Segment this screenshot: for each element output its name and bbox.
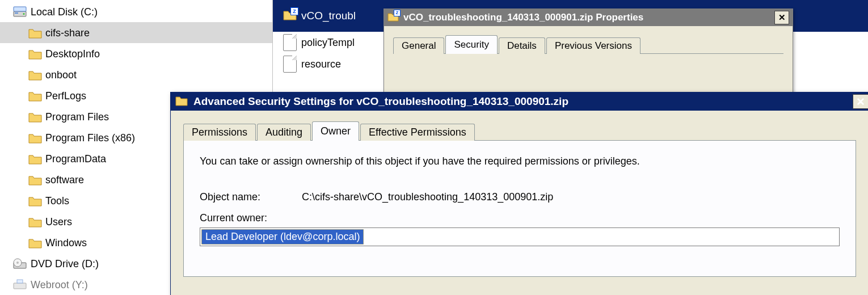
tab-effective-permissions[interactable]: Effective Permissions: [360, 124, 475, 141]
document-icon: [283, 34, 297, 51]
dvd-drive-icon: [12, 258, 27, 270]
folder-icon: [28, 90, 42, 102]
tree-item-label: ProgramData: [45, 154, 106, 164]
properties-tabs: GeneralSecurityDetailsPrevious Versions: [393, 36, 783, 54]
tree-dvd-label: DVD Drive (D:): [31, 259, 99, 269]
folder-icon: [28, 48, 42, 60]
folder-icon: [28, 174, 42, 186]
properties-titlebar[interactable]: Z vCO_troubleshooting_140313_000901.zip …: [384, 9, 793, 26]
tree-item-label: Program Files: [45, 112, 109, 122]
tree-item-label: Users: [45, 217, 72, 227]
svg-rect-1: [15, 12, 18, 14]
svg-point-6: [16, 262, 19, 264]
advanced-tabs: PermissionsAuditingOwnerEffective Permis…: [183, 123, 856, 141]
tree-root[interactable]: Local Disk (C:): [0, 1, 272, 22]
file-list: policyTemplresource: [273, 32, 386, 75]
tree-item-label: PerfLogs: [45, 91, 86, 101]
svg-point-2: [23, 13, 25, 15]
folder-icon: [28, 216, 42, 227]
tree-item-label: Windows: [45, 238, 87, 248]
tree-item-label: cifs-share: [45, 28, 90, 38]
tab-permissions[interactable]: Permissions: [183, 124, 256, 141]
currentowner-value: Lead Developer (ldev@corp.local): [201, 229, 364, 245]
objectname-value: C:\cifs-share\vCO_troubleshooting_140313…: [302, 191, 553, 203]
properties-title: vCO_troubleshooting_140313_000901.zip Pr…: [403, 12, 643, 23]
file-label: resource: [301, 58, 341, 70]
folder-icon: [28, 195, 42, 206]
folder-icon: [28, 132, 42, 144]
close-button[interactable]: ✕: [774, 11, 789, 24]
close-button[interactable]: ✕: [853, 94, 868, 109]
network-drive-icon: [12, 279, 27, 291]
currentowner-label: Current owner:: [200, 212, 840, 224]
svg-rect-7: [14, 283, 26, 289]
folder-icon: [175, 95, 188, 109]
folder-icon: [28, 69, 42, 81]
owner-description: You can take or assign ownership of this…: [200, 155, 840, 167]
tree-item[interactable]: cifs-share: [0, 22, 272, 43]
file-label: policyTempl: [301, 37, 355, 49]
folder-icon: [28, 27, 42, 39]
svg-rect-8: [17, 280, 23, 283]
tab-auditing[interactable]: Auditing: [257, 124, 311, 141]
folder-header-title: vCO_troubl: [301, 10, 356, 22]
folder-icon: [28, 237, 42, 248]
advanced-security-dialog: Advanced Security Settings for vCO_troub…: [170, 92, 868, 295]
advanced-title: Advanced Security Settings for vCO_troub…: [193, 95, 568, 108]
svg-rect-3: [14, 7, 26, 11]
tree-item-label: software: [45, 175, 84, 185]
tab-details[interactable]: Details: [499, 37, 545, 54]
zip-folder-icon: Z: [387, 11, 399, 24]
folder-icon: [28, 153, 42, 165]
tab-security[interactable]: Security: [445, 35, 497, 54]
tab-previous-versions[interactable]: Previous Versions: [546, 37, 641, 54]
currentowner-field[interactable]: Lead Developer (ldev@corp.local): [200, 227, 840, 246]
tree-item-label: Program Files (x86): [45, 133, 135, 143]
file-item[interactable]: policyTempl: [273, 32, 386, 53]
tree-item-label: Tools: [45, 196, 69, 206]
tab-general[interactable]: General: [393, 37, 444, 54]
tree-item-label: onboot: [45, 70, 77, 80]
document-icon: [283, 56, 297, 73]
tree-root-label: Local Disk (C:): [31, 7, 98, 17]
tree-net-label: Webroot (Y:): [31, 280, 88, 290]
owner-tab-pane: You can take or assign ownership of this…: [183, 141, 856, 277]
objectname-label: Object name:: [200, 191, 285, 203]
folder-icon: [28, 111, 42, 123]
tree-item-label: DesktopInfo: [45, 49, 100, 59]
tab-owner[interactable]: Owner: [312, 121, 359, 141]
advanced-titlebar[interactable]: Advanced Security Settings for vCO_troub…: [171, 92, 868, 111]
file-item[interactable]: resource: [273, 53, 386, 75]
zip-folder-icon: Z: [283, 9, 297, 23]
tree-item[interactable]: onboot: [0, 64, 272, 85]
drive-icon: [12, 6, 27, 18]
tree-item[interactable]: DesktopInfo: [0, 43, 272, 64]
